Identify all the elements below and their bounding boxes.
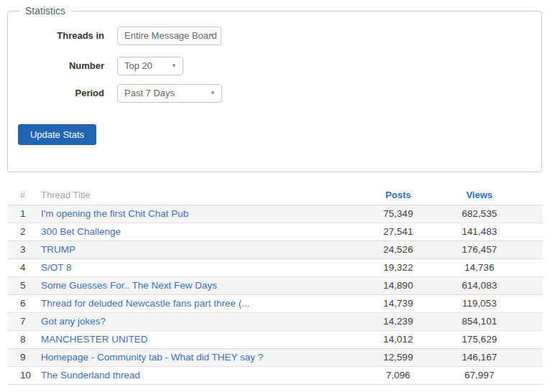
thread-title-link[interactable]: Thread for deluded Newcastle fans part t… bbox=[41, 298, 249, 309]
thread-posts-count: 14,739 bbox=[352, 294, 444, 312]
table-row: 5 Some Guesses For.. The Next Few Days 1… bbox=[7, 276, 543, 294]
thread-views-count: 176,457 bbox=[444, 241, 515, 258]
table-row: 4 S/OT 8 19,322 14,736 bbox=[7, 258, 543, 276]
thread-rank: 3 bbox=[7, 241, 36, 258]
row-spacer bbox=[515, 330, 543, 348]
thread-posts-count: 24,526 bbox=[352, 241, 444, 258]
chevron-down-icon: ▼ bbox=[210, 90, 216, 96]
thread-rank: 8 bbox=[7, 330, 36, 348]
row-spacer bbox=[515, 258, 543, 276]
thread-posts-count: 19,322 bbox=[352, 258, 444, 276]
thread-title-link[interactable]: I'm opening the first Chit Chat Pub bbox=[41, 208, 188, 219]
thread-posts-count: 27,541 bbox=[352, 223, 444, 241]
threads-in-selected-value: Entire Message Board bbox=[124, 27, 217, 45]
thread-views-count: 614,083 bbox=[444, 276, 515, 294]
thread-views-count: 119,053 bbox=[444, 294, 515, 312]
thread-views-count: 175,629 bbox=[444, 330, 515, 348]
thread-rank: 4 bbox=[7, 258, 36, 276]
thread-views-count: 854,101 bbox=[444, 312, 515, 330]
thread-views-count: 14,736 bbox=[444, 258, 515, 276]
thread-title-link[interactable]: Some Guesses For.. The Next Few Days bbox=[41, 280, 217, 291]
row-spacer bbox=[515, 348, 543, 366]
table-row: 1 I'm opening the first Chit Chat Pub 75… bbox=[7, 205, 543, 223]
thread-views-count: 67,997 bbox=[444, 366, 515, 384]
thread-title-link[interactable]: S/OT 8 bbox=[41, 262, 72, 273]
thread-posts-count: 12,599 bbox=[352, 348, 444, 366]
table-row: 10 The Sunderland thread 7,096 67,997 bbox=[7, 366, 543, 384]
period-selected-value: Past 7 Days bbox=[124, 85, 175, 102]
thread-views-count: 141,483 bbox=[444, 223, 515, 241]
thread-rank: 6 bbox=[7, 294, 36, 312]
table-header-row: # Thread Title Posts Views bbox=[7, 185, 543, 205]
period-select[interactable]: Past 7 Days ▼ bbox=[117, 84, 222, 103]
thread-rank: 5 bbox=[7, 276, 36, 294]
thread-posts-count: 14,890 bbox=[352, 276, 444, 294]
thread-title-link[interactable]: MANCHESTER UNITED bbox=[41, 334, 148, 345]
thread-views-count: 682,535 bbox=[444, 205, 515, 223]
thread-posts-count: 75,349 bbox=[352, 205, 444, 223]
col-header-posts[interactable]: Posts bbox=[352, 185, 444, 205]
row-spacer bbox=[515, 241, 543, 258]
col-header-spacer bbox=[515, 185, 543, 205]
statistics-page: Statistics Threads in Entire Message Boa… bbox=[0, 0, 552, 392]
thread-posts-count: 14,012 bbox=[352, 330, 444, 348]
table-row: 9 Homepage - Community tab - What did TH… bbox=[7, 348, 543, 366]
update-stats-button[interactable]: Update Stats bbox=[18, 124, 96, 145]
thread-rank: 10 bbox=[7, 366, 36, 384]
number-select[interactable]: Top 20 ▼ bbox=[117, 57, 183, 75]
number-selected-value: Top 20 bbox=[124, 57, 152, 75]
table-row: 2 300 Bet Challenge 27,541 141,483 bbox=[7, 223, 543, 241]
table-row: 7 Got any jokes? 14,239 854,101 bbox=[7, 312, 543, 330]
row-spacer bbox=[515, 223, 543, 241]
row-spacer bbox=[515, 205, 543, 223]
thread-rank: 7 bbox=[7, 312, 36, 330]
thread-rank: 2 bbox=[7, 223, 36, 241]
thread-stats-table: # Thread Title Posts Views 1 I'm opening… bbox=[7, 185, 543, 385]
thread-rank: 9 bbox=[7, 348, 36, 366]
thread-title-link[interactable]: 300 Bet Challenge bbox=[41, 226, 121, 237]
col-header-views[interactable]: Views bbox=[444, 185, 515, 205]
threads-in-label: Threads in bbox=[7, 27, 104, 45]
panel-legend: Statistics bbox=[20, 5, 70, 17]
table-row: 6 Thread for deluded Newcastle fans part… bbox=[7, 294, 543, 312]
thread-posts-count: 7,096 bbox=[352, 366, 444, 384]
thread-posts-count: 14,239 bbox=[352, 312, 444, 330]
col-header-title: Thread Title bbox=[36, 185, 352, 205]
number-label: Number bbox=[7, 57, 104, 75]
thread-title-link[interactable]: Homepage - Community tab - What did THEY… bbox=[41, 352, 263, 363]
thread-title-link[interactable]: The Sunderland thread bbox=[41, 370, 140, 381]
thread-views-count: 146,167 bbox=[444, 348, 515, 366]
table-row: 3 TRUMP 24,526 176,457 bbox=[7, 241, 543, 258]
row-spacer bbox=[515, 366, 543, 384]
col-header-rank: # bbox=[7, 185, 36, 205]
thread-title-link[interactable]: TRUMP bbox=[41, 244, 75, 255]
table-row: 8 MANCHESTER UNITED 14,012 175,629 bbox=[7, 330, 543, 348]
thread-title-link[interactable]: Got any jokes? bbox=[41, 316, 106, 327]
chevron-down-icon: ▼ bbox=[209, 33, 215, 39]
row-spacer bbox=[515, 294, 543, 312]
threads-in-select[interactable]: Entire Message Board ▼ bbox=[117, 27, 221, 45]
row-spacer bbox=[515, 276, 543, 294]
thread-rank: 1 bbox=[7, 205, 36, 223]
row-spacer bbox=[515, 312, 543, 330]
period-label: Period bbox=[7, 84, 104, 103]
chevron-down-icon: ▼ bbox=[171, 63, 177, 69]
